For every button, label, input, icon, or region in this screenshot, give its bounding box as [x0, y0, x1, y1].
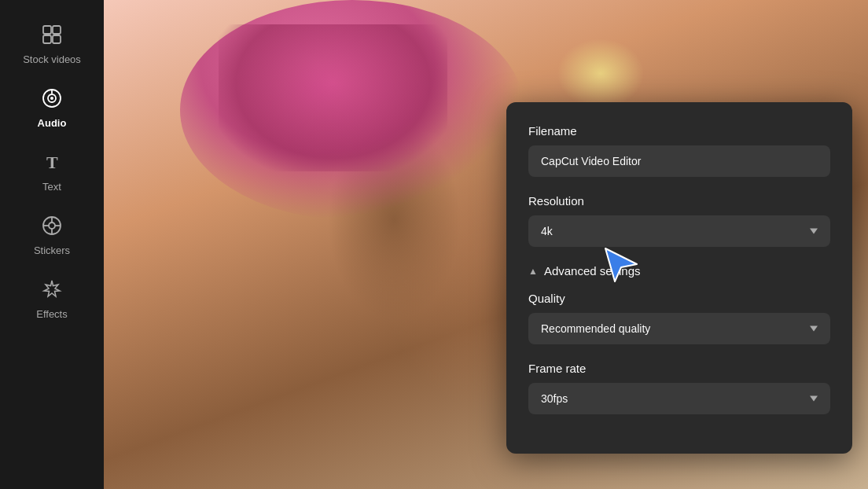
svg-rect-3 — [53, 35, 61, 43]
svg-marker-15 — [605, 248, 637, 281]
sidebar-item-text-label: Text — [42, 181, 61, 193]
quality-select-wrapper: Recommended quality High quality Best qu… — [528, 313, 830, 344]
sidebar-item-effects-label: Effects — [36, 308, 68, 320]
resolution-select-wrapper: 1080p 2k 4k — [528, 215, 830, 247]
sidebar-item-stickers-label: Stickers — [34, 244, 70, 256]
filename-section: Filename — [528, 124, 830, 177]
sidebar-item-audio-label: Audio — [38, 117, 67, 129]
filename-input[interactable] — [528, 145, 830, 177]
frame-rate-select-wrapper: 24fps 30fps 60fps — [528, 383, 830, 414]
svg-point-6 — [50, 97, 53, 100]
resolution-section: Resolution 1080p 2k 4k — [528, 194, 830, 247]
effects-icon — [41, 278, 63, 303]
text-icon: T — [41, 151, 63, 176]
sidebar-item-effects[interactable]: Effects — [0, 267, 104, 331]
frame-rate-label: Frame rate — [528, 362, 830, 375]
hair-accent2 — [219, 24, 448, 171]
sidebar-item-audio[interactable]: Audio — [0, 76, 104, 140]
resolution-select[interactable]: 1080p 2k 4k — [528, 215, 830, 247]
quality-label: Quality — [528, 292, 830, 305]
frame-rate-section: Frame rate 24fps 30fps 60fps — [528, 362, 830, 414]
frame-rate-select[interactable]: 24fps 30fps 60fps — [528, 383, 830, 414]
quality-section: Quality Recommended quality High quality… — [528, 292, 830, 344]
filename-label: Filename — [528, 124, 830, 138]
export-panel: Filename Resolution 1080p 2k 4k ▲ Advanc… — [506, 102, 852, 454]
advanced-settings-toggle[interactable]: ▲ Advanced settings — [528, 264, 830, 278]
svg-point-10 — [49, 222, 55, 229]
resolution-label: Resolution — [528, 194, 830, 208]
sidebar-item-stickers[interactable]: Stickers — [0, 204, 104, 267]
audio-icon — [41, 87, 63, 112]
svg-rect-2 — [43, 35, 51, 43]
svg-rect-0 — [43, 26, 51, 34]
sidebar-item-stock-videos[interactable]: Stock videos — [0, 13, 104, 76]
chevron-up-icon: ▲ — [528, 266, 538, 277]
sidebar: Stock videos Audio T Text — [0, 0, 104, 489]
sidebar-item-text[interactable]: T Text — [0, 140, 104, 204]
stickers-icon — [41, 215, 63, 240]
sidebar-item-stock-videos-label: Stock videos — [23, 53, 81, 65]
quality-select[interactable]: Recommended quality High quality Best qu… — [528, 313, 830, 344]
svg-rect-1 — [53, 26, 61, 34]
svg-text:T: T — [46, 153, 58, 172]
stock-videos-icon — [41, 24, 63, 49]
